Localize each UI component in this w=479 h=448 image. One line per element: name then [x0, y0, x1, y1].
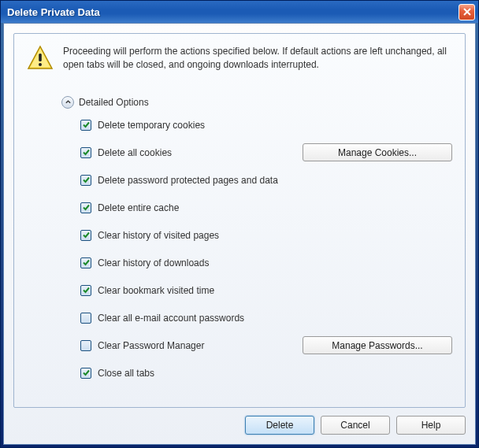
warning-row: Proceeding will perform the actions spec…: [27, 45, 452, 72]
section-header: Detailed Options: [61, 96, 452, 109]
delete-button[interactable]: Delete: [245, 416, 314, 435]
option-label: Clear history of visited pages: [98, 230, 219, 241]
option-temp-cookies: Delete temporary cookies: [80, 117, 452, 134]
warning-text: Proceeding will perform the actions spec…: [63, 45, 452, 72]
check-icon: [82, 120, 91, 129]
option-history-dl: Clear history of downloads: [80, 254, 452, 272]
option-label: Delete temporary cookies: [98, 120, 205, 131]
option-label: Close all tabs: [98, 368, 154, 379]
close-button[interactable]: [459, 4, 475, 20]
section-label: Detailed Options: [79, 97, 149, 108]
client-area: Proceeding will perform the actions spec…: [3, 23, 476, 445]
option-label: Delete all cookies: [98, 147, 172, 158]
option-label: Clear bookmark visited time: [98, 285, 214, 296]
option-close-tabs: Close all tabs: [80, 365, 452, 382]
option-pwd-mgr: Clear Password Manager Manage Passwords.…: [80, 337, 452, 354]
check-icon: [82, 368, 91, 377]
check-icon: [82, 203, 91, 212]
checkbox-bookmark-time[interactable]: [80, 285, 91, 296]
checkbox-all-cookies[interactable]: [80, 147, 91, 158]
checkbox-pwd-pages[interactable]: [80, 175, 91, 186]
warning-icon: [27, 45, 54, 72]
check-icon: [82, 231, 91, 239]
checkbox-pwd-mgr[interactable]: [80, 340, 91, 351]
option-label: Delete entire cache: [98, 202, 179, 213]
options-list: Delete temporary cookies Delete all cook…: [80, 117, 452, 382]
checkbox-history-dl[interactable]: [80, 257, 91, 268]
inner-frame: Proceeding will perform the actions spec…: [13, 33, 466, 408]
footer: Delete Cancel Help: [13, 416, 466, 435]
manage-passwords-button[interactable]: Manage Passwords...: [303, 336, 452, 354]
check-icon: [82, 148, 91, 157]
manage-cookies-button[interactable]: Manage Cookies...: [303, 143, 452, 161]
titlebar: Delete Private Data: [1, 1, 478, 23]
option-history-pages: Clear history of visited pages: [80, 227, 452, 244]
option-label: Delete password protected pages and data: [98, 175, 278, 186]
chevron-up-icon: [65, 98, 72, 106]
option-pwd-pages: Delete password protected pages and data: [80, 172, 452, 189]
option-all-cookies: Delete all cookies Manage Cookies...: [80, 144, 452, 161]
close-icon: [463, 8, 471, 16]
help-button[interactable]: Help: [396, 416, 466, 435]
checkbox-temp-cookies[interactable]: [80, 120, 91, 131]
option-email-pwd: Clear all e-mail account passwords: [80, 309, 452, 327]
check-icon: [82, 258, 91, 267]
window-title: Delete Private Data: [7, 6, 459, 18]
option-label: Clear Password Manager: [98, 340, 204, 351]
option-cache: Delete entire cache: [80, 199, 452, 217]
collapse-toggle[interactable]: [61, 96, 74, 109]
option-label: Clear history of downloads: [98, 257, 209, 268]
checkbox-cache[interactable]: [80, 202, 91, 213]
cancel-button[interactable]: Cancel: [321, 416, 390, 435]
option-label: Clear all e-mail account passwords: [98, 313, 244, 324]
svg-rect-2: [39, 54, 42, 61]
check-icon: [82, 176, 91, 184]
checkbox-close-tabs[interactable]: [80, 368, 91, 379]
svg-point-3: [39, 63, 42, 66]
option-bookmark-time: Clear bookmark visited time: [80, 282, 452, 299]
checkbox-history-pages[interactable]: [80, 230, 91, 241]
checkbox-email-pwd[interactable]: [80, 313, 91, 324]
check-icon: [82, 286, 91, 294]
dialog-window: Delete Private Data Proceeding will perf…: [0, 0, 479, 448]
